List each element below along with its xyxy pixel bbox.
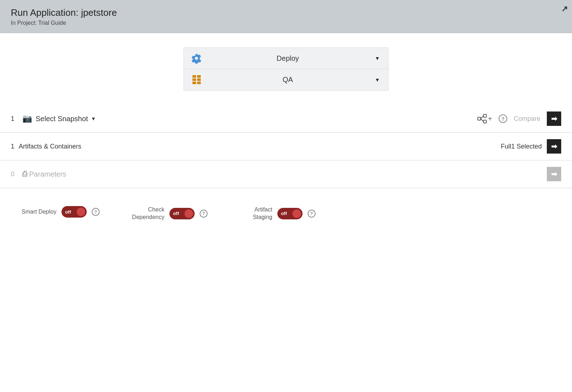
main-content: Deploy ▼ QA <box>0 33 572 232</box>
snapshot-actions: + ? Compare ➡ <box>477 111 561 126</box>
svg-rect-1 <box>484 114 486 117</box>
check-dependency-group: Check Dependency off ? <box>128 206 208 221</box>
artifacts-section-row: 1 Artifacts & Containers Full 1 Selected… <box>0 133 572 160</box>
snapshot-section-row: 1 📷 Select Snapshot ▼ + ? Compar <box>0 105 572 133</box>
svg-rect-0 <box>478 117 481 120</box>
artifact-staging-knob <box>292 209 301 218</box>
artifacts-navigate-button[interactable]: ➡ <box>547 139 561 154</box>
smart-deploy-label: Smart Deploy <box>22 208 56 216</box>
check-dependency-knob <box>185 209 193 218</box>
check-dependency-label: Check Dependency <box>128 206 164 221</box>
check-dependency-toggle[interactable]: off <box>169 208 195 219</box>
snapshot-label: Select Snapshot <box>36 115 88 123</box>
parameters-section-row: 0 ⎙ Parameters ➡ <box>0 160 572 188</box>
dropdowns-area: Deploy ▼ QA <box>0 47 572 91</box>
add-node-icon[interactable]: + <box>477 114 492 124</box>
artifact-staging-toggle[interactable]: off <box>277 208 303 219</box>
svg-rect-2 <box>484 120 486 123</box>
parameters-navigate-button[interactable]: ➡ <box>547 167 561 181</box>
snapshot-help-icon[interactable]: ? <box>499 114 507 123</box>
gear-icon <box>184 53 209 64</box>
smart-deploy-knob <box>77 208 85 216</box>
dialog-title: Run Application: jpetstore <box>11 7 561 18</box>
toggles-area: Smart Deploy off ? Check Dependency off … <box>0 188 572 232</box>
snapshot-chevron-icon[interactable]: ▼ <box>91 116 96 122</box>
expand-icon[interactable]: ↗ <box>561 4 568 14</box>
snapshot-navigate-button[interactable]: ➡ <box>547 111 561 126</box>
sections-area: 1 📷 Select Snapshot ▼ + ? Compar <box>0 105 572 188</box>
table-icon <box>184 75 209 84</box>
artifacts-count: 1 <box>11 143 14 150</box>
svg-line-4 <box>481 119 484 122</box>
artifact-staging-group: Artifact Staging off ? <box>236 206 315 221</box>
parameters-number: 0 <box>11 170 18 178</box>
qa-chevron-icon: ▼ <box>367 77 388 83</box>
artifacts-type: Full <box>400 143 511 150</box>
deploy-label: Deploy <box>209 54 367 63</box>
artifacts-label: Artifacts & Containers <box>19 143 400 150</box>
deploy-chevron-icon: ▼ <box>367 55 388 61</box>
snapshot-number: 1 <box>11 115 18 123</box>
qa-dropdown[interactable]: QA ▼ <box>183 69 389 91</box>
artifact-staging-help-icon[interactable]: ? <box>308 210 315 218</box>
dialog-header: Run Application: jpetstore In Project: T… <box>0 0 572 33</box>
camera-icon: 📷 <box>22 114 32 123</box>
check-dependency-value: off <box>173 211 179 216</box>
svg-line-3 <box>481 116 484 119</box>
smart-deploy-group: Smart Deploy off ? <box>22 206 100 218</box>
qa-label: QA <box>209 76 367 84</box>
compare-label: Compare <box>514 115 540 123</box>
smart-deploy-toggle[interactable]: off <box>62 206 87 218</box>
smart-deploy-help-icon[interactable]: ? <box>92 208 100 216</box>
deploy-dropdown[interactable]: Deploy ▼ <box>183 47 389 69</box>
artifacts-selected-label: 1 Selected <box>511 143 542 150</box>
check-dependency-help-icon[interactable]: ? <box>200 210 208 218</box>
smart-deploy-value: off <box>65 209 71 215</box>
parameters-label: Parameters <box>29 170 66 178</box>
artifact-staging-label: Artifact Staging <box>236 206 272 221</box>
artifact-staging-value: off <box>281 211 287 216</box>
dialog-subtitle: In Project: Trial Guide <box>11 20 561 26</box>
params-bracket-icon: ⎙ <box>22 169 27 179</box>
